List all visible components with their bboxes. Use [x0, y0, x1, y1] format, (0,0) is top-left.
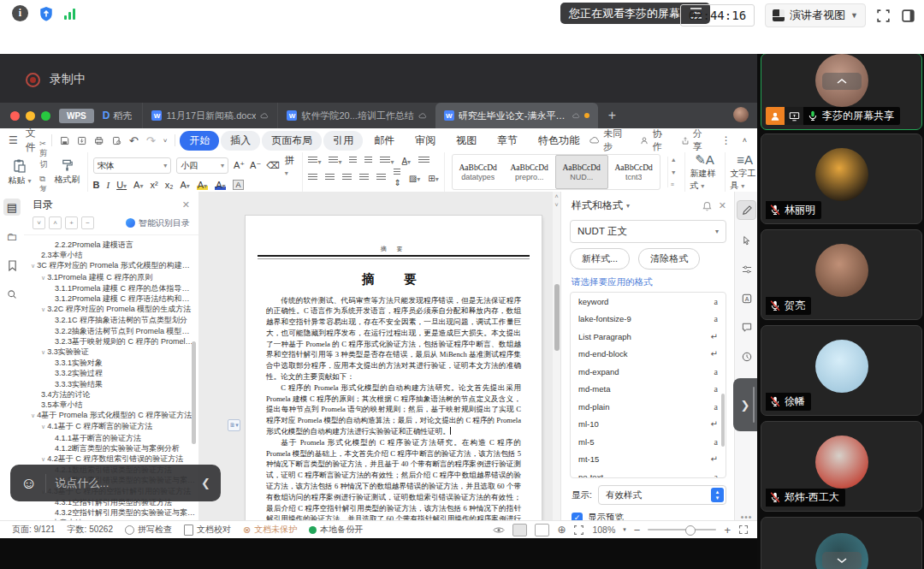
style-item-List Paragraph[interactable]: List Paragraph↵ [571, 328, 726, 346]
gallery-style-tcnt3[interactable]: AaBbCcDdtcnt3 [608, 156, 660, 188]
notification-bell-icon[interactable] [702, 201, 712, 211]
fullscreen-doc-icon[interactable] [738, 525, 749, 535]
outline-item[interactable]: 3.5本章小结 [29, 400, 197, 410]
smart-outline-button[interactable]: 智能识别目录 [126, 217, 190, 229]
eye-protection-icon[interactable] [493, 526, 505, 534]
outline-item[interactable]: 3.2.3基于映射规则的 C 程序的 Promela 模型生... [29, 336, 197, 347]
outline-item[interactable]: 2.2.2Promela 建模语言 [29, 240, 197, 250]
zoom-caret-icon[interactable]: ▾ [623, 526, 626, 533]
abstract-paragraph-1[interactable]: 传统的软件测试、代码审查等方法只能发现程序错误，但是无法保证程序的正确性。C 语… [266, 295, 521, 382]
outline-item[interactable]: ∨3.3实验验证 [29, 347, 197, 358]
more-caret-icon[interactable]: ˅ [163, 137, 168, 145]
ribbon-tab-章节[interactable]: 章节 [488, 131, 527, 151]
abstract-paragraph-3[interactable]: 基于 Promela 形式化模型的 C 程序验证方法研究。在构造 C 程序的 P… [266, 437, 521, 520]
style-pane-close-icon[interactable]: ✕ [719, 200, 726, 211]
gallery-style-prepro...[interactable]: AaBbCcDdprepro... [504, 156, 555, 188]
line-spacing-icon[interactable]: ⇕ [394, 169, 400, 187]
scroll-down-icon[interactable] [822, 552, 862, 569]
outline-item[interactable]: 4.1.2断言类型的实验验证与案例分析 [29, 443, 197, 453]
share-button[interactable]: 分享 [681, 127, 710, 153]
zoom-slider[interactable] [648, 529, 716, 530]
document-tab-2[interactable]: W研究生毕业论文-满永平3.13(1) [435, 103, 598, 128]
edit-pen-icon[interactable] [737, 200, 756, 220]
style-item-md-end-block[interactable]: md-end-block↵ [571, 346, 726, 364]
style-item-md-meta[interactable]: md-metaa [571, 381, 726, 399]
char-border-button[interactable]: A [233, 180, 243, 190]
distribute-icon[interactable] [376, 174, 386, 183]
highlight-color-button[interactable]: A▾ [197, 180, 208, 190]
gallery-style-NUD...[interactable]: AaBbCcDdNUD... [555, 155, 608, 189]
new-style-button[interactable]: ✎A新建样式 ▾ [690, 153, 720, 192]
comments-panel-icon[interactable] [737, 318, 755, 336]
ribbon-tab-邮件[interactable]: 邮件 [364, 131, 404, 151]
outline-item[interactable]: ∨4基于 Promela 形式化模型的 C 程序验证方法 [29, 410, 197, 421]
font-size-select[interactable]: 小四▾ [176, 157, 228, 174]
zoom-in-button[interactable]: + [724, 524, 731, 536]
export-icon[interactable] [77, 135, 86, 146]
document-area[interactable]: 摘 要 摘 要 传统的软件测试、代码审查等方法只能发现程序错误，但是无法保证程序… [198, 192, 553, 520]
participant-tile-郑炜-西工大[interactable]: 郑炜-西工大 [761, 421, 922, 512]
collaborate-button[interactable]: 协作 [640, 127, 669, 153]
network-signal-icon[interactable] [64, 8, 75, 20]
local-backup[interactable]: 本地备份开 [309, 524, 363, 536]
word-count[interactable]: 字数: 50262 [68, 524, 113, 536]
numbered-list-icon[interactable]: ▾ [329, 157, 341, 166]
outline-scrollbar[interactable] [192, 341, 196, 444]
view-mode-selector[interactable]: 演讲者视图 ▼ [765, 3, 866, 27]
outline-panel-icon[interactable]: ▤ [3, 199, 21, 216]
superscript-button[interactable]: x² [150, 180, 157, 190]
participant-tile-贺亮[interactable]: 贺亮 [761, 229, 922, 320]
tab-docer[interactable]: D稻壳 [103, 110, 133, 122]
fit-page-icon[interactable] [573, 525, 584, 536]
cut-button[interactable]: ✂ 剪切 [39, 139, 48, 170]
outline-item[interactable]: 3.1.1Promela 建模 C 程序的总体指导原则 [29, 283, 197, 293]
paste-button[interactable]: 粘贴 ▾ [5, 158, 34, 187]
collapse-chat-icon[interactable]: ❮ [201, 477, 210, 489]
format-painter-button[interactable]: 格式刷 [53, 158, 82, 186]
spell-check[interactable]: 拼写检查 [125, 524, 172, 536]
participant-tile-hidden-5[interactable] [761, 517, 922, 569]
style-item-ml-5[interactable]: ml-5a [571, 433, 726, 451]
doc-proofing[interactable]: 文档校对 [184, 524, 231, 536]
decrease-indent-icon[interactable] [349, 157, 357, 166]
more-menu-icon[interactable]: ⋮ [721, 134, 732, 146]
search-panel-icon[interactable] [3, 286, 21, 303]
underline-button[interactable]: U▾ [116, 180, 127, 190]
char-style-icon[interactable]: A▾ [133, 180, 143, 190]
meeting-info-icon[interactable]: i [12, 5, 28, 21]
outline-item[interactable]: 3.3.2实验过程 [29, 368, 197, 378]
outline-plus-icon[interactable]: + [65, 216, 78, 229]
emoji-icon[interactable]: ☺ [21, 474, 37, 493]
new-tab-button[interactable]: + [608, 108, 616, 123]
outline-item[interactable]: 3.3.3实验结果 [29, 379, 197, 389]
doc-protection[interactable]: ⊗文档未保护 [243, 524, 297, 536]
outline-item[interactable]: 3.3.1实验对象 [29, 358, 197, 368]
outline-item[interactable]: 2.3本章小结 [29, 250, 197, 260]
justify-icon[interactable] [359, 174, 369, 183]
scroll-up-icon[interactable] [822, 73, 862, 90]
zoom-out-button[interactable]: − [634, 524, 641, 536]
ribbon-tab-特色功能[interactable]: 特色功能 [529, 131, 589, 151]
style-item-keyword[interactable]: keyworda [571, 293, 726, 311]
style-item-md-plain[interactable]: md-plaina [571, 398, 726, 416]
phonetic-guide-icon[interactable]: 拼▾ [285, 154, 298, 177]
globe-view-icon[interactable]: ⊕ [557, 524, 566, 536]
styles-panel-icon[interactable]: A [737, 289, 755, 307]
style-item-no-text[interactable]: no-texta [571, 468, 726, 478]
text-tool-button[interactable]: ≡A文字工具 ▾ [731, 153, 760, 192]
expand-panel-handle[interactable]: ❯ [733, 378, 757, 431]
subscript-button[interactable]: x₂ [165, 180, 174, 190]
select-cursor-icon[interactable] [737, 231, 755, 249]
chat-input-overlay[interactable]: ☺ 说点什么... ❮ [10, 465, 221, 501]
participant-tile-李莎的屏幕共享[interactable]: 李莎的屏幕共享 [761, 54, 922, 130]
text-effect-icon[interactable]: A▾ [180, 180, 189, 190]
outline-item[interactable]: 4.3.2空指针解引用类型的实验验证与案例分析 [29, 507, 197, 518]
participant-tile-林丽明[interactable]: 林丽明 [761, 133, 922, 224]
bullet-list-icon[interactable]: ▾ [308, 157, 321, 166]
sync-status[interactable]: 未同步 [589, 127, 629, 153]
outline-item[interactable]: ∨4.1基于 C 程序断言的验证方法 [29, 421, 197, 432]
participant-tile-徐幡[interactable]: 徐幡 [761, 325, 922, 416]
line-break-icon[interactable] [418, 157, 429, 166]
outline-item[interactable]: 3.2.1C 程序抽象语法树的节点类型划分 [29, 315, 197, 325]
outline-item[interactable]: 3.2.2抽象语法树节点到 Promela 模型的映射规... [29, 326, 197, 336]
